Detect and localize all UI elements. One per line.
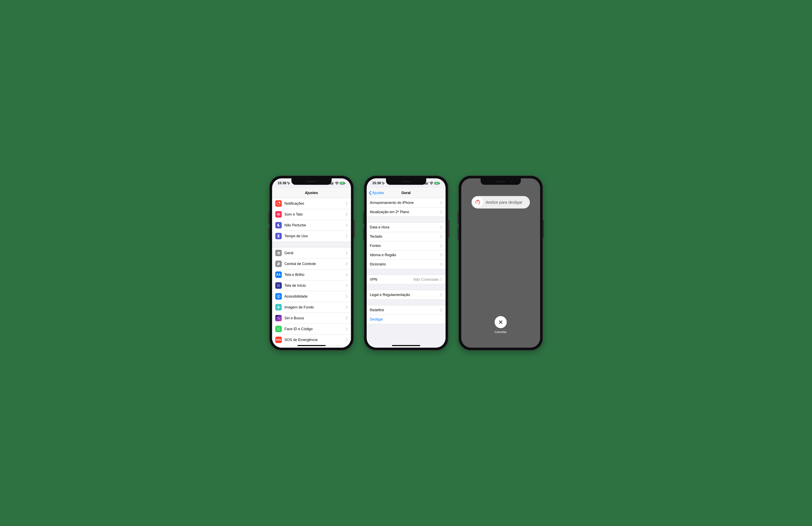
row-label: Redefinir — [370, 308, 440, 312]
svg-point-21 — [279, 285, 280, 286]
row-datetime[interactable]: Data e Hora — [367, 223, 446, 232]
row-label: VPN — [370, 277, 414, 282]
row-reset[interactable]: Redefinir — [367, 305, 446, 315]
phone-settings: 15:38 Ajustes Notificações Som — [269, 176, 354, 350]
row-label: Desligar — [370, 317, 442, 321]
battery-icon — [434, 182, 440, 184]
svg-point-27 — [278, 307, 279, 307]
row-label: Tela de Início — [285, 284, 346, 288]
svg-point-20 — [278, 285, 279, 286]
svg-point-24 — [279, 286, 280, 287]
wifi-icon — [430, 182, 433, 185]
nav-bar: Ajustes Geral — [367, 188, 446, 198]
chevron-icon — [346, 202, 348, 205]
row-label: Tempo de Uso — [285, 234, 346, 238]
row-label: Geral — [285, 251, 346, 255]
row-label: Fontes — [370, 244, 440, 248]
accessibility-icon — [275, 293, 282, 300]
row-keyboard[interactable]: Teclado — [367, 232, 446, 241]
home-indicator[interactable] — [392, 345, 420, 346]
row-language-region[interactable]: Idioma e Região — [367, 250, 446, 259]
chevron-icon — [346, 213, 348, 216]
row-storage[interactable]: Armazenamento do iPhone — [367, 198, 446, 207]
svg-point-17 — [278, 284, 279, 285]
gear-icon — [275, 250, 282, 256]
row-legal[interactable]: Legal e Regulamentação — [367, 290, 446, 299]
chevron-icon — [346, 235, 348, 238]
chevron-icon — [440, 278, 442, 281]
svg-point-29 — [278, 308, 279, 309]
row-general[interactable]: Geral — [272, 247, 351, 258]
row-sos[interactable]: SOS SOS de Emergência — [272, 334, 351, 345]
chevron-icon — [346, 224, 348, 227]
row-dictionary[interactable]: Dicionário — [367, 259, 446, 269]
back-button[interactable]: Ajustes — [369, 191, 384, 195]
chevron-icon — [346, 327, 348, 331]
svg-point-19 — [277, 285, 278, 286]
chevron-icon — [440, 235, 442, 238]
svg-point-16 — [277, 284, 278, 285]
svg-point-26 — [278, 295, 279, 296]
slider-knob[interactable] — [472, 197, 483, 208]
row-siri[interactable]: Siri e Busca — [272, 313, 351, 324]
back-label: Ajustes — [372, 191, 384, 195]
row-screentime[interactable]: Tempo de Uso — [272, 231, 351, 241]
row-detail: Não Conectado — [414, 277, 438, 282]
row-notifications[interactable]: Notificações — [272, 198, 351, 209]
chevron-icon — [346, 284, 348, 287]
chevron-icon — [346, 295, 348, 298]
svg-point-28 — [278, 306, 279, 307]
row-label: Som e Tato — [285, 212, 346, 216]
exposure-icon — [275, 347, 282, 348]
cancel-button[interactable]: Cancelar — [494, 316, 507, 334]
chevron-icon — [346, 251, 348, 255]
notifications-icon — [275, 200, 282, 207]
row-label: Armazenamento do iPhone — [370, 201, 440, 205]
row-label: Data e Hora — [370, 225, 440, 229]
row-shutdown[interactable]: Desligar — [367, 315, 446, 324]
grid-icon — [275, 282, 282, 289]
row-dnd[interactable]: Não Perturbe — [272, 220, 351, 231]
home-indicator[interactable] — [298, 345, 325, 346]
chevron-icon — [440, 253, 442, 257]
row-vpn[interactable]: VPN Não Conectado — [367, 275, 446, 284]
row-background-refresh[interactable]: Atualização em 2º Plano — [367, 207, 446, 216]
row-control-center[interactable]: Central de Controle — [272, 258, 351, 269]
hourglass-icon — [275, 233, 282, 239]
svg-point-23 — [278, 286, 279, 287]
cancel-circle[interactable] — [495, 316, 507, 328]
svg-point-18 — [279, 284, 280, 285]
chevron-icon — [440, 309, 442, 312]
location-icon — [287, 182, 290, 185]
row-faceid[interactable]: Face ID e Código — [272, 324, 351, 334]
power-off-slider[interactable]: deslize para desligar — [472, 196, 530, 209]
nav-bar: Ajustes — [272, 188, 351, 198]
chevron-icon — [440, 226, 442, 229]
row-label: Tela e Brilho — [285, 273, 346, 277]
chevron-icon — [440, 201, 442, 204]
row-sounds[interactable]: Som e Tato — [272, 209, 351, 220]
row-fonts[interactable]: Fontes — [367, 241, 446, 250]
page-title: Ajustes — [305, 191, 318, 195]
row-accessibility[interactable]: Acessibilidade — [272, 291, 351, 302]
row-wallpaper[interactable]: Imagem de Fundo — [272, 302, 351, 313]
faceid-icon — [275, 326, 282, 332]
svg-point-13 — [277, 263, 278, 264]
row-label: SOS de Emergência — [285, 338, 346, 342]
chevron-icon — [440, 210, 442, 213]
power-icon — [475, 199, 481, 205]
sound-icon — [275, 211, 282, 217]
row-label: Siri e Busca — [285, 316, 346, 320]
svg-point-22 — [277, 286, 278, 287]
row-label: Imagem de Fundo — [285, 305, 346, 310]
row-label: Face ID e Código — [285, 327, 346, 331]
location-icon — [382, 182, 385, 185]
sos-icon: SOS — [275, 336, 282, 343]
notch — [481, 178, 521, 185]
text-size-icon: AA — [275, 271, 282, 278]
row-display[interactable]: AA Tela e Brilho — [272, 269, 351, 280]
row-label: Atualização em 2º Plano — [370, 210, 440, 214]
row-home-screen[interactable]: Tela de Início — [272, 280, 351, 291]
phone-poweroff: deslize para desligar Cancelar — [459, 176, 543, 350]
siri-icon — [275, 315, 282, 321]
